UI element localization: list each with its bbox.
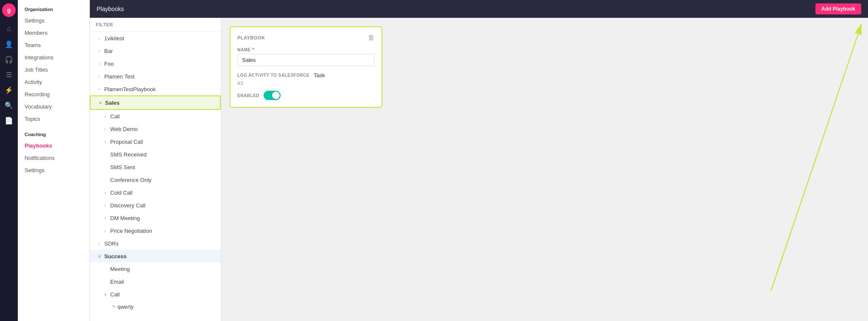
content-area: FILTER › 1vikitest › Bar › Foo › Plamen … (90, 18, 868, 321)
main-area: Playbooks Add Playbook FILTER › 1vikites… (90, 0, 868, 321)
nav-icon-document[interactable]: 📄 (2, 114, 16, 127)
playbook-card-title: PLAYBOOK (237, 35, 265, 40)
tree-item-bar[interactable]: › Bar (90, 45, 221, 57)
tree-item-dmmeeting[interactable]: › DM Meeting (90, 212, 221, 224)
log-activity-value: Task (314, 72, 325, 78)
nav-playbooks[interactable]: Playbooks (18, 140, 89, 152)
playbook-card-header: PLAYBOOK 🗑 (237, 34, 375, 42)
detail-panel: PLAYBOOK 🗑 NAME * LOG ACTIVITY TO SALESF… (221, 18, 868, 321)
nav-settings[interactable]: Settings (18, 14, 89, 27)
name-required-indicator: * (252, 47, 254, 52)
tree-item-conferenceonly[interactable]: › Conference Only (90, 173, 221, 186)
nav-coaching-settings[interactable]: Settings (18, 164, 89, 176)
nav-teams[interactable]: Teams (18, 39, 89, 51)
tree-item-success-call[interactable]: ∨ Call (90, 288, 221, 301)
nav-integrations[interactable]: Integrations (18, 51, 89, 64)
tree-item-smssent[interactable]: › SMS Sent (90, 161, 221, 173)
tree-item-sdrs[interactable]: › SDRs (90, 237, 221, 250)
enabled-toggle[interactable] (264, 91, 281, 100)
chevron-right-icon: › (96, 86, 103, 92)
log-activity-row: LOG ACTIVITY TO SALESFORCE Task (237, 72, 375, 78)
tree-item-coldcall[interactable]: › Cold Call (90, 186, 221, 199)
nav-vocabulary[interactable]: Vocabulary (18, 100, 89, 113)
edit-icon: ✎ (112, 304, 116, 310)
enabled-row: ENABLED (237, 91, 375, 100)
organization-section-title: Organization (18, 0, 89, 14)
nav-recording[interactable]: Recording (18, 88, 89, 100)
chevron-right-icon: › (102, 113, 108, 120)
chevron-right-icon: › (102, 126, 108, 132)
chevron-right-icon: › (102, 202, 108, 209)
nav-icon-lightning[interactable]: ⚡ (2, 83, 16, 97)
chevron-down-icon: ∨ (96, 253, 103, 260)
chevron-down-icon: ∨ (102, 291, 108, 298)
nav-icon-people[interactable]: 👤 (2, 37, 16, 51)
left-nav: Organization Settings Members Teams Inte… (18, 0, 90, 321)
nav-job-titles[interactable]: Job Titles (18, 64, 89, 76)
tree-item-plamentestplaybook[interactable]: › PlamenTestPlaybook (90, 83, 221, 95)
logo-letter: g (7, 7, 11, 14)
tree-item-webdemo[interactable]: › Web Demo (90, 123, 221, 135)
chevron-right-icon: › (102, 189, 108, 196)
log-activity-label: LOG ACTIVITY TO SALESFORCE (237, 73, 309, 78)
chevron-right-icon: › (96, 35, 103, 42)
nav-activity[interactable]: Activity (18, 76, 89, 88)
tree-item-plamen[interactable]: › Plamen Test (90, 70, 221, 83)
tree-item-qwerty[interactable]: ✎ qwerty (90, 301, 221, 313)
filter-bar: FILTER (90, 18, 221, 32)
chevron-right-icon: › (102, 227, 108, 234)
chevron-right-icon: › (96, 240, 103, 247)
tree-item-foo[interactable]: › Foo (90, 57, 221, 70)
playbook-card: PLAYBOOK 🗑 NAME * LOG ACTIVITY TO SALESF… (230, 26, 382, 108)
enabled-label: ENABLED (237, 93, 259, 98)
nav-icon-headset[interactable]: 🎧 (2, 53, 16, 66)
chevron-right-icon: › (102, 215, 108, 221)
app-logo[interactable]: g (2, 3, 16, 17)
name-input[interactable] (237, 54, 375, 66)
tree-item-email[interactable]: › Email (90, 275, 221, 288)
nav-members[interactable]: Members (18, 27, 89, 39)
tree-item-sales[interactable]: ∨ Sales (90, 95, 221, 110)
page-title: Playbooks (97, 6, 124, 12)
nav-icon-search[interactable]: 🔍 (2, 98, 16, 112)
chevron-down-icon: ∨ (97, 99, 103, 106)
tree-item-pricenegotiation[interactable]: › Price Negotiation (90, 224, 221, 237)
add-playbook-button[interactable]: Add Playbook (815, 3, 861, 14)
tree-item-call[interactable]: › Call (90, 110, 221, 123)
tree-item-smsreceived[interactable]: › SMS Received (90, 148, 221, 161)
chevron-right-icon: › (96, 73, 103, 80)
nav-icon-menu[interactable]: ☰ (2, 68, 16, 81)
tree-item-discoverycall[interactable]: › Discovery Call (90, 199, 221, 212)
chevron-right-icon: › (96, 60, 103, 67)
tree-item-proposalcall[interactable]: › Proposal Call (90, 135, 221, 148)
delete-icon[interactable]: 🗑 (368, 34, 375, 42)
name-field-group: NAME * (237, 47, 375, 66)
tree-item-meeting[interactable]: › Meeting (90, 262, 221, 275)
tree-item-1vikitest[interactable]: › 1vikitest (90, 32, 221, 45)
chevron-right-icon: › (102, 138, 108, 145)
top-bar: Playbooks Add Playbook (90, 0, 868, 18)
log-as-label: AS (237, 81, 375, 86)
tree-item-success[interactable]: ∨ Success (90, 250, 221, 262)
toggle-knob (272, 92, 280, 99)
chevron-right-icon: › (96, 47, 103, 54)
list-panel: FILTER › 1vikitest › Bar › Foo › Plamen … (90, 18, 221, 321)
nav-icon-home[interactable]: ⌂ (2, 22, 16, 36)
icon-sidebar: g ⌂ 👤 🎧 ☰ ⚡ 🔍 📄 (0, 0, 18, 321)
svg-line-1 (771, 24, 862, 290)
name-field-label: NAME * (237, 47, 375, 52)
nav-notifications[interactable]: Notifications (18, 152, 89, 164)
coaching-section-title: Coaching (18, 125, 89, 140)
nav-topics[interactable]: Topics (18, 113, 89, 125)
